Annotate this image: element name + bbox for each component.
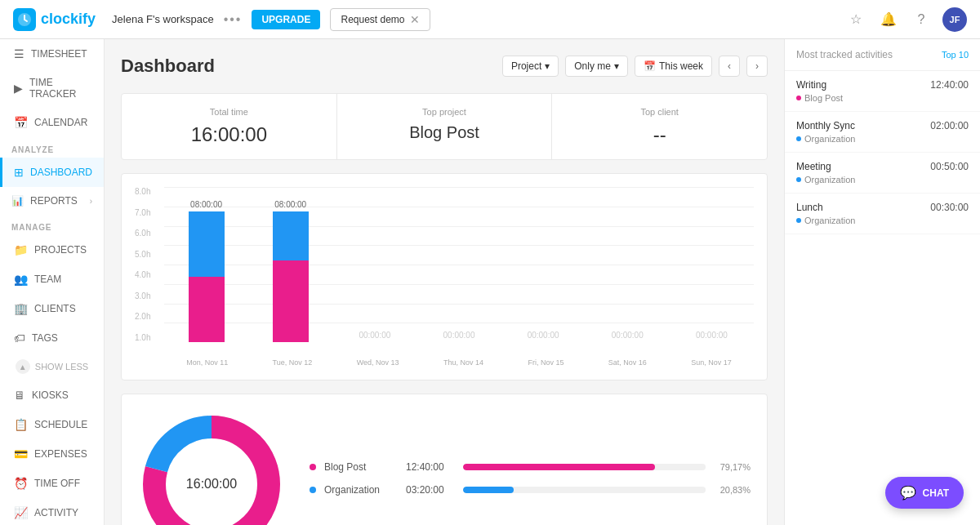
logo-text: clockify bbox=[41, 11, 96, 28]
right-panel: Most tracked activities Top 10 Writing 1… bbox=[784, 39, 980, 525]
chevron-down-icon: ▾ bbox=[545, 60, 550, 72]
sidebar-item-schedule[interactable]: 📋 SCHEDULE bbox=[0, 410, 104, 439]
sidebar-item-projects[interactable]: 📁 PROJECTS bbox=[0, 235, 104, 265]
activity-name-lunch: Lunch bbox=[796, 202, 823, 213]
collapse-arrow-icon: ▲ bbox=[16, 359, 30, 374]
bar-blue-mon bbox=[189, 211, 225, 277]
activity-sub-meeting: Organization bbox=[796, 175, 969, 185]
kiosks-icon: 🖥 bbox=[14, 389, 25, 402]
chevron-down-icon: ▾ bbox=[614, 60, 619, 72]
x-label-thu: Thu, Nov 14 bbox=[443, 358, 483, 367]
legend-bar-blogpost bbox=[463, 464, 706, 470]
legend-time-blogpost: 12:40:00 bbox=[406, 461, 455, 473]
donut-section: 16:00:00 Blog Post 12:40:00 79,17% bbox=[121, 394, 768, 525]
logo-icon bbox=[13, 8, 36, 31]
prev-week-button[interactable]: ‹ bbox=[719, 56, 740, 77]
legend-label-org: Organization bbox=[324, 484, 398, 496]
activity-time-meeting: 00:50:00 bbox=[930, 161, 969, 172]
x-label-tue: Tue, Nov 12 bbox=[273, 358, 313, 367]
donut-svg bbox=[138, 411, 285, 525]
activity-time-monthly-sync: 02:00:00 bbox=[930, 120, 969, 131]
y-label-6: 6.0h bbox=[135, 229, 164, 238]
sidebar-item-time-tracker[interactable]: ▶ TIME TRACKER bbox=[0, 69, 104, 108]
activity-name-monthly-sync: Monthly Sync bbox=[796, 120, 855, 131]
sidebar-item-time-off[interactable]: ⏰ TIME OFF bbox=[0, 469, 104, 498]
activity-row-lunch: Lunch 00:30:00 bbox=[796, 202, 969, 216]
bar-blue-tue bbox=[273, 211, 309, 260]
x-label-wed: Wed, Nov 13 bbox=[357, 358, 399, 367]
date-filter-button[interactable]: 📅 This week bbox=[635, 56, 712, 77]
sidebar-item-team[interactable]: 👥 TEAM bbox=[0, 265, 104, 294]
clients-icon: 🏢 bbox=[14, 302, 28, 315]
legend-bar-org bbox=[463, 487, 706, 493]
activity-time-writing: 12:40:00 bbox=[930, 79, 969, 91]
activity-item-lunch: Lunch 00:30:00 Organization bbox=[785, 194, 980, 234]
donut-center-value: 16:00:00 bbox=[186, 477, 237, 492]
project-filter-button[interactable]: Project ▾ bbox=[502, 56, 559, 77]
upgrade-button[interactable]: UPGRADE bbox=[252, 10, 320, 29]
total-time-card: Total time 16:00:00 bbox=[122, 94, 337, 159]
sidebar-item-timesheet[interactable]: ☰ TIMESHEET bbox=[0, 39, 104, 69]
show-less-button[interactable]: ▲ SHOW LESS bbox=[0, 353, 104, 380]
topbar: clockify Jelena F's workspace ••• UPGRAD… bbox=[0, 0, 980, 39]
main-content: Dashboard Project ▾ Only me ▾ 📅 This we bbox=[105, 39, 980, 525]
legend-row-org: Organization 03:20:00 20,83% bbox=[310, 484, 751, 496]
time-tracker-icon: ▶ bbox=[14, 82, 23, 95]
activity-item-meeting: Meeting 00:50:00 Organization bbox=[785, 153, 980, 194]
panel-title: Most tracked activities bbox=[796, 49, 893, 60]
request-demo-button[interactable]: Request demo ✕ bbox=[330, 8, 430, 31]
dashboard-controls: Project ▾ Only me ▾ 📅 This week ‹ › bbox=[502, 56, 768, 77]
activity-sub-monthly-sync: Organization bbox=[796, 134, 969, 144]
activity-row-writing: Writing 12:40:00 bbox=[796, 79, 969, 93]
bell-icon[interactable]: 🔔 bbox=[877, 8, 900, 31]
sidebar-item-kiosks[interactable]: 🖥 KIOSKS bbox=[0, 380, 104, 410]
activity-item-writing: Writing 12:40:00 Blog Post bbox=[785, 71, 980, 112]
chevron-right-icon: › bbox=[90, 197, 92, 206]
top-client-value: -- bbox=[568, 123, 751, 146]
bar-group-mon: 08:00:00 bbox=[189, 200, 225, 342]
sidebar-item-expenses[interactable]: 💳 EXPENSES bbox=[0, 439, 104, 469]
top-project-label: Top project bbox=[354, 107, 536, 117]
legend-row-blogpost: Blog Post 12:40:00 79,17% bbox=[310, 461, 751, 473]
top-10-button[interactable]: Top 10 bbox=[942, 50, 969, 60]
topbar-icons: ☆ 🔔 ? JF bbox=[844, 7, 967, 32]
sidebar-item-reports[interactable]: 📊 REPORTS › bbox=[0, 187, 104, 215]
help-icon[interactable]: ? bbox=[910, 8, 933, 31]
activity-icon: 📈 bbox=[14, 506, 28, 519]
bar-pink-tue bbox=[273, 260, 309, 342]
legend-bar-fill-org bbox=[463, 487, 514, 493]
total-time-value: 16:00:00 bbox=[138, 123, 320, 146]
activity-time-lunch: 00:30:00 bbox=[930, 202, 969, 213]
star-icon[interactable]: ☆ bbox=[844, 8, 867, 31]
sidebar-item-tags[interactable]: 🏷 TAGS bbox=[0, 323, 104, 353]
sidebar-item-calendar[interactable]: 📅 CALENDAR bbox=[0, 108, 104, 137]
y-label-1: 1.0h bbox=[135, 333, 164, 342]
y-label-7: 7.0h bbox=[135, 208, 164, 217]
bar-label-fri: 00:00:00 bbox=[528, 331, 559, 340]
x-label-mon: Mon, Nov 11 bbox=[186, 358, 228, 367]
dot-meeting bbox=[796, 177, 801, 182]
bar-group-fri: 00:00:00 bbox=[525, 331, 561, 342]
top-client-card: Top client -- bbox=[552, 94, 767, 159]
sidebar-item-dashboard[interactable]: ⊞ DASHBOARD bbox=[0, 158, 104, 187]
avatar[interactable]: JF bbox=[942, 7, 967, 32]
activity-row-monthly-sync: Monthly Sync 02:00:00 bbox=[796, 120, 969, 134]
activity-sub-writing: Blog Post bbox=[796, 93, 969, 103]
bar-label-mon: 08:00:00 bbox=[190, 200, 222, 209]
projects-icon: 📁 bbox=[14, 243, 28, 256]
legend-bar-fill-blogpost bbox=[463, 464, 655, 470]
user-filter-button[interactable]: Only me ▾ bbox=[565, 56, 628, 77]
bar-stack-tue bbox=[273, 211, 309, 342]
more-options-button[interactable]: ••• bbox=[224, 12, 243, 27]
close-demo-icon[interactable]: ✕ bbox=[410, 13, 420, 26]
next-week-button[interactable]: › bbox=[746, 56, 768, 77]
logo[interactable]: clockify bbox=[13, 8, 96, 31]
x-label-sun: Sun, Nov 17 bbox=[691, 358, 732, 367]
x-label-fri: Fri, Nov 15 bbox=[528, 358, 564, 367]
manage-section-label: MANAGE bbox=[0, 215, 104, 235]
sidebar-item-clients[interactable]: 🏢 CLIENTS bbox=[0, 294, 104, 323]
sidebar-item-activity[interactable]: 📈 ACTIVITY bbox=[0, 498, 104, 525]
timesheet-icon: ☰ bbox=[14, 47, 24, 60]
bar-group-wed: 00:00:00 bbox=[357, 331, 393, 342]
chat-button[interactable]: 💬 CHAT bbox=[885, 477, 964, 509]
